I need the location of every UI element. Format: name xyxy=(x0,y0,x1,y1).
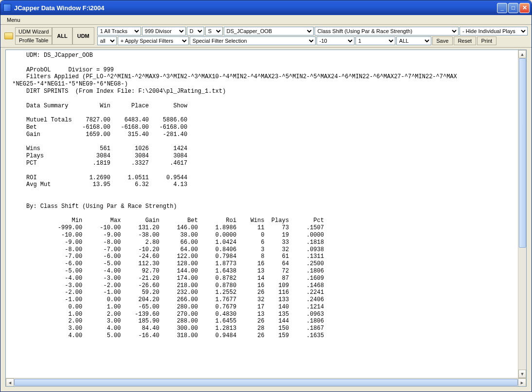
all-button[interactable]: ALL xyxy=(52,27,72,45)
maximize-button[interactable]: □ xyxy=(508,3,518,13)
udm-wizard-button[interactable]: UDM Wizard xyxy=(15,27,52,36)
minimize-button[interactable]: _ xyxy=(497,3,507,13)
allcaps-select[interactable]: ALL xyxy=(396,36,431,45)
profile-table-button[interactable]: Profile Table xyxy=(15,36,52,45)
menubar: Menu xyxy=(0,15,532,25)
reset-button[interactable]: Reset xyxy=(454,36,476,45)
window-title: JCapper Data Window F:\2004 xyxy=(14,4,497,12)
d-select[interactable]: D xyxy=(187,27,204,35)
scroll-up-arrow-icon[interactable]: ▲ xyxy=(518,50,526,58)
titlebar[interactable]: JCapper Data Window F:\2004 _ □ ✕ xyxy=(0,0,532,15)
vscroll-thumb[interactable] xyxy=(519,58,526,248)
hide-plays-select[interactable]: - Hide Individual Plays xyxy=(460,27,528,35)
udm-name-select[interactable]: DS_JCapper_OOB xyxy=(224,27,314,35)
class-shift-select[interactable]: Class Shift (Using Par & Race Strength) xyxy=(315,27,459,35)
horizontal-scrollbar[interactable]: ◄ ► xyxy=(6,378,526,386)
hscroll-thumb[interactable] xyxy=(14,379,518,386)
udm-button[interactable]: UDM xyxy=(72,27,94,45)
all-select[interactable]: all xyxy=(97,36,117,45)
menu-menu[interactable]: Menu xyxy=(3,16,24,24)
folder-icon[interactable] xyxy=(4,33,13,39)
app-window: JCapper Data Window F:\2004 _ □ ✕ Menu U… xyxy=(0,0,532,392)
save-button[interactable]: Save xyxy=(432,36,453,45)
print-button[interactable]: Print xyxy=(477,36,497,45)
neg10-select[interactable]: -10 xyxy=(317,36,355,45)
one-select[interactable]: 1 xyxy=(355,36,395,45)
report-frame: UDM: DS_JCapper_OOB AProbOL Divisor = 99… xyxy=(5,50,527,387)
report-text-area[interactable]: UDM: DS_JCapper_OOB AProbOL Divisor = 99… xyxy=(6,50,526,378)
tracks-select[interactable]: 1 All Tracks xyxy=(97,27,141,35)
report-content: UDM: DS_JCapper_OOB AProbOL Divisor = 99… xyxy=(6,50,526,341)
apply-filters-select[interactable]: + Apply Special Filters xyxy=(118,36,189,45)
s-select[interactable]: S xyxy=(205,27,223,35)
special-filter-select[interactable]: Special Filter Selection xyxy=(190,36,316,45)
divisor-select[interactable]: 999 Divisor xyxy=(142,27,186,35)
app-icon xyxy=(3,4,11,12)
close-button[interactable]: ✕ xyxy=(519,3,530,13)
scroll-right-arrow-icon[interactable]: ► xyxy=(518,378,526,387)
scroll-left-arrow-icon[interactable]: ◄ xyxy=(6,378,14,387)
vertical-scrollbar[interactable]: ▲ ▼ xyxy=(518,50,526,378)
toolbar: UDM Wizard Profile Table ALL UDM 1 All T… xyxy=(0,25,532,48)
scroll-down-arrow-icon[interactable]: ▼ xyxy=(518,370,526,378)
